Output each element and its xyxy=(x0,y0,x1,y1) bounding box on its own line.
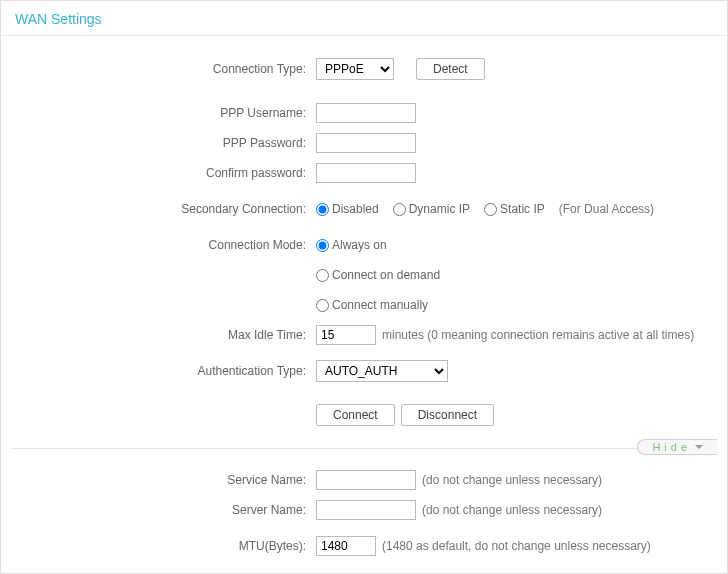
hide-toggle[interactable]: Hide xyxy=(637,439,717,455)
secondary-dynamic-radio[interactable] xyxy=(393,203,406,216)
service-name-input[interactable] xyxy=(316,470,416,490)
mode-demand-radio[interactable] xyxy=(316,269,329,282)
label-auth-type: Authentication Type: xyxy=(11,364,316,378)
form-area: Connection Type: PPPoE Detect PPP Userna… xyxy=(1,36,727,574)
label-server-name: Server Name: xyxy=(11,503,316,517)
disconnect-button[interactable]: Disconnect xyxy=(401,404,494,426)
mtu-note: (1480 as default, do not change unless n… xyxy=(382,539,651,553)
page-title: WAN Settings xyxy=(1,1,727,36)
secondary-dynamic-option[interactable]: Dynamic IP xyxy=(393,202,470,216)
connect-button[interactable]: Connect xyxy=(316,404,395,426)
label-connection-type: Connection Type: xyxy=(11,62,316,76)
auth-type-select[interactable]: AUTO_AUTH xyxy=(316,360,448,382)
connection-type-select[interactable]: PPPoE xyxy=(316,58,394,80)
hide-toggle-label: Hide xyxy=(652,441,691,453)
mode-always-option[interactable]: Always on xyxy=(316,238,387,252)
label-ppp-password: PPP Password: xyxy=(11,136,316,150)
secondary-static-radio[interactable] xyxy=(484,203,497,216)
label-mtu: MTU(Bytes): xyxy=(11,539,316,553)
chevron-down-icon xyxy=(695,445,703,449)
max-idle-input[interactable] xyxy=(316,325,376,345)
secondary-disabled-option[interactable]: Disabled xyxy=(316,202,379,216)
ppp-username-input[interactable] xyxy=(316,103,416,123)
mode-manual-radio[interactable] xyxy=(316,299,329,312)
mode-always-radio[interactable] xyxy=(316,239,329,252)
section-divider: Hide xyxy=(11,448,717,449)
mode-demand-option[interactable]: Connect on demand xyxy=(316,268,440,282)
server-name-note: (do not change unless necessary) xyxy=(422,503,602,517)
secondary-note: (For Dual Access) xyxy=(559,202,654,216)
mode-manual-option[interactable]: Connect manually xyxy=(316,298,428,312)
server-name-input[interactable] xyxy=(316,500,416,520)
label-service-name: Service Name: xyxy=(11,473,316,487)
label-max-idle: Max Idle Time: xyxy=(11,328,316,342)
label-connection-mode: Connection Mode: xyxy=(11,238,316,252)
label-secondary-connection: Secondary Connection: xyxy=(11,202,316,216)
max-idle-note: minutes (0 meaning connection remains ac… xyxy=(382,328,694,342)
ppp-password-input[interactable] xyxy=(316,133,416,153)
label-confirm-password: Confirm password: xyxy=(11,166,316,180)
secondary-static-option[interactable]: Static IP xyxy=(484,202,545,216)
detect-button[interactable]: Detect xyxy=(416,58,485,80)
secondary-disabled-radio[interactable] xyxy=(316,203,329,216)
mtu-input[interactable] xyxy=(316,536,376,556)
wan-settings-panel: WAN Settings Connection Type: PPPoE Dete… xyxy=(0,0,728,574)
confirm-password-input[interactable] xyxy=(316,163,416,183)
label-ppp-username: PPP Username: xyxy=(11,106,316,120)
service-name-note: (do not change unless necessary) xyxy=(422,473,602,487)
